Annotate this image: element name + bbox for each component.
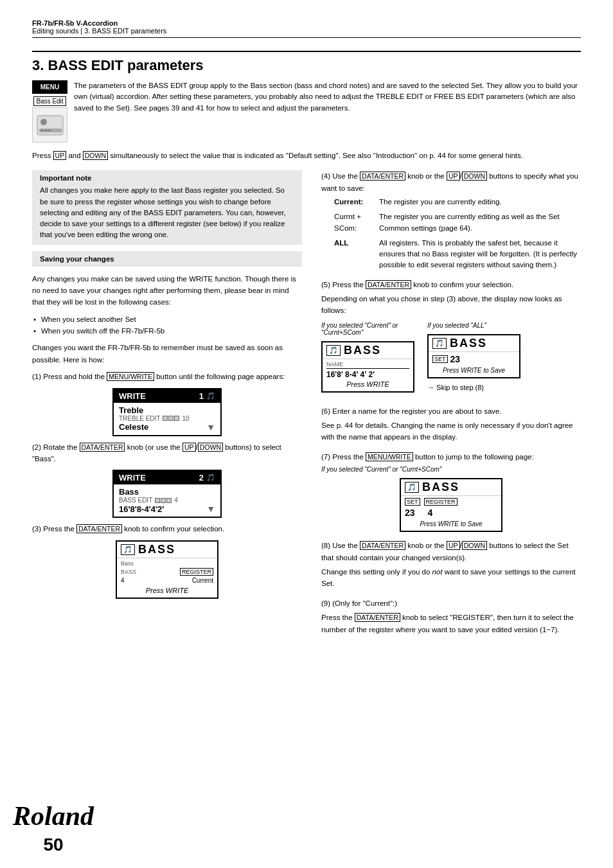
write-header-2: WRITE 2 🎵 bbox=[114, 471, 220, 484]
write-display-1: WRITE 1 🎵 Treble TREBLE EDIT bbox=[112, 388, 222, 436]
bass-icon-all: 🎵 bbox=[432, 338, 447, 349]
bass-display-body-3: Bass BASS REGISTER 4 Current Press WRITE bbox=[117, 558, 217, 598]
section-title: 3. BASS EDIT parameters bbox=[32, 51, 581, 74]
after-bullets: Changes you want the FR-7b/FR-5b to reme… bbox=[32, 342, 302, 366]
important-note-box: Important note All changes you make here… bbox=[32, 170, 302, 244]
step-6: (6) Enter a name for the register you ar… bbox=[321, 405, 581, 443]
saving-title: Saving your changes bbox=[40, 255, 294, 263]
small-boxes-1 bbox=[163, 416, 179, 421]
bass-display-title-3: BASS bbox=[138, 543, 175, 556]
bass-body-step7: SET REGISTER 23 4 Press WRITE to Save bbox=[401, 496, 501, 531]
step-2-num: (2) bbox=[32, 443, 43, 451]
write-body-2: Bass BASS EDIT 4 16'8'8-4'4'2' ▼ bbox=[114, 484, 220, 517]
indent-all: ALL All registers. This is probably the … bbox=[334, 238, 581, 271]
write-num-1: 1 bbox=[199, 391, 204, 401]
register-label: REGISTER bbox=[180, 568, 213, 576]
step-2: (2) Rotate the DATA/ENTER knob (or use t… bbox=[32, 441, 302, 465]
indent-currnt-scom: Currnt +SCom: The register you are curre… bbox=[334, 211, 581, 234]
write-body-1: Treble TREBLE EDIT 10 Celeste ▼ bbox=[114, 403, 220, 435]
svg-rect-4 bbox=[44, 130, 47, 131]
intro-block: MENU Bass Edit The parameters of the BAS… bbox=[32, 80, 581, 143]
bass-body-current: NAME 16'8' 8-4' 4' 2' Press WRITE bbox=[323, 359, 413, 391]
set-label-all: SET bbox=[432, 355, 448, 363]
bass-item-label: Bass bbox=[121, 560, 134, 567]
skip-arrow: → Skip to step (8) bbox=[427, 384, 520, 391]
bass-display-header-3: 🎵 BASS bbox=[117, 542, 217, 558]
svg-point-1 bbox=[40, 119, 47, 125]
current-value: The register you are currently editing. bbox=[379, 197, 501, 208]
write-display-2: WRITE 2 🎵 Bass BASS EDIT bbox=[112, 470, 222, 518]
display-current-col: If you selected "Current" or"Curnt+SCom"… bbox=[321, 322, 414, 398]
bass-current-num: 4 bbox=[121, 577, 125, 584]
bullet-list: When you select another Set When you swi… bbox=[32, 314, 302, 337]
all-value: All registers. This is probably the safe… bbox=[379, 238, 581, 271]
write-item-treble-edit: TREBLE EDIT 10 bbox=[119, 415, 215, 422]
indent-current: Current: The register you are currently … bbox=[334, 197, 581, 208]
step-8-extra: Change this setting only if you do not w… bbox=[321, 566, 581, 590]
two-display-row: If you selected "Current" or"Curnt+SCom"… bbox=[321, 322, 581, 398]
svg-rect-5 bbox=[48, 130, 51, 131]
press-write-current: Press WRITE bbox=[326, 379, 409, 389]
bass-header-current: 🎵 BASS bbox=[323, 342, 413, 359]
bass-icon-current: 🎵 bbox=[326, 345, 341, 356]
step-7-label: (7) Press the MENU/WRITE button to jump … bbox=[321, 451, 581, 463]
write-item-bass-pitch: 16'8'8-4'4'2' bbox=[119, 504, 164, 514]
step-4-label: (4) Use the DATA/ENTER knob or the UP/DO… bbox=[321, 170, 581, 194]
reg-num-step7: 4 bbox=[428, 508, 433, 518]
svg-rect-3 bbox=[40, 130, 43, 131]
step-6-extra: See p. 44 for details. Changing the name… bbox=[321, 420, 581, 443]
step-6-label: (6) Enter a name for the register you ar… bbox=[321, 405, 581, 417]
press-write-step3: Press WRITE bbox=[121, 585, 213, 596]
current-key: Current: bbox=[334, 197, 373, 208]
bass-row-current: 4 Current bbox=[121, 577, 213, 584]
two-col-layout: Important note All changes you make here… bbox=[32, 170, 581, 643]
bass-title-current: BASS bbox=[344, 344, 381, 357]
caption-current: If you selected "Current" or"Curnt+SCom" bbox=[321, 322, 414, 336]
step-7: (7) Press the MENU/WRITE button to jump … bbox=[321, 451, 581, 532]
bass-row-register: BASS REGISTER bbox=[121, 568, 213, 576]
write-item-celeste: Celeste bbox=[119, 422, 148, 432]
bass-row-label: Bass bbox=[121, 560, 213, 567]
write-num-2: 2 bbox=[199, 473, 204, 483]
page-number: 50 bbox=[43, 835, 63, 855]
bass-title-step7: BASS bbox=[422, 481, 459, 494]
small-boxes-2 bbox=[155, 498, 172, 503]
currnt-key: Currnt +SCom: bbox=[334, 211, 373, 234]
step-3: (3) Press the DATA/ENTER knob to confirm… bbox=[32, 523, 302, 535]
bass-display-icon-3: 🎵 bbox=[121, 544, 135, 555]
name-label: NAME bbox=[326, 361, 409, 369]
saving-text: Any changes you make can be saved using … bbox=[32, 273, 302, 308]
name-value: 16'8' 8-4' 4' 2' bbox=[326, 370, 409, 379]
bullet-item-1: When you select another Set bbox=[32, 314, 302, 325]
bass-edit-label: Bass Edit bbox=[33, 96, 66, 106]
saving-box: Saving your changes bbox=[32, 251, 302, 267]
step-9-label: (9) (Only for "Current":) bbox=[321, 598, 581, 609]
important-note-title: Important note bbox=[40, 174, 294, 182]
currnt-value: The register you are currently editing a… bbox=[379, 211, 581, 234]
write-title-1: WRITE bbox=[119, 391, 146, 401]
bass-icon-step7: 🎵 bbox=[405, 482, 419, 493]
step-9: (9) (Only for "Current":) Press the DATA… bbox=[321, 598, 581, 635]
bass-display-step7: 🎵 BASS SET REGISTER 23 4 Press WRITE to … bbox=[400, 478, 502, 532]
scroll-down-1: ▼ bbox=[206, 422, 215, 432]
step-3-num: (3) bbox=[32, 525, 43, 533]
step-5-extra: Depending on what you chose in step (3) … bbox=[321, 293, 581, 317]
step-1-num: (1) bbox=[32, 373, 43, 380]
set-value-all: 23 bbox=[450, 354, 461, 364]
scroll-down-2: ▼ bbox=[206, 504, 215, 514]
menu-icon-wrapper: MENU Bass Edit bbox=[32, 80, 67, 143]
roland-logo: Roland bbox=[13, 801, 94, 831]
write-title-2: WRITE bbox=[119, 473, 146, 483]
register-label-step7: REGISTER bbox=[424, 498, 458, 506]
press-write-save-all: Press WRITE to Save bbox=[432, 366, 515, 375]
bottom-left: Roland 50 bbox=[13, 801, 94, 855]
bullet-item-2: When you switch off the FR-7b/FR-5b bbox=[32, 325, 302, 337]
bass-title-all: BASS bbox=[450, 337, 487, 350]
bass-body-all: SET 23 Press WRITE to Save bbox=[429, 352, 519, 377]
write-item-bass: Bass bbox=[119, 487, 215, 497]
bass-display-current: 🎵 BASS NAME 16'8' 8-4' 4' 2' Press WRITE bbox=[321, 341, 414, 393]
bass-header-all: 🎵 BASS bbox=[429, 335, 519, 352]
display-all-col: If you selected "ALL" 🎵 BASS SET 23 bbox=[427, 322, 520, 391]
intro-text: The parameters of the BASS EDIT group ap… bbox=[74, 80, 581, 143]
caption-all: If you selected "ALL" bbox=[427, 322, 520, 329]
